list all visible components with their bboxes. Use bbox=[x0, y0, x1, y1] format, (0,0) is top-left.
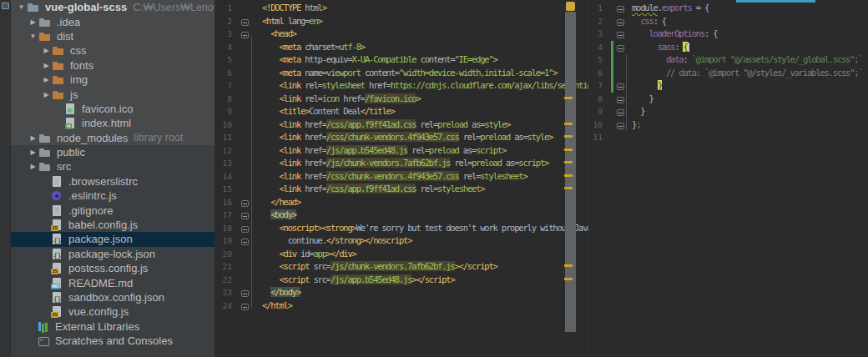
chevron-right-icon[interactable]: ▶ bbox=[41, 47, 52, 54]
code-line[interactable]: </head> bbox=[262, 196, 588, 209]
code-line[interactable]: // data: `@import "@/styles/_variables.s… bbox=[632, 67, 868, 80]
tree-item[interactable]: .eslintrc.js bbox=[11, 189, 214, 203]
tree-item[interactable]: External Libraries bbox=[11, 319, 214, 334]
fold-icon[interactable] bbox=[617, 97, 624, 103]
tree-item[interactable]: ▶fonts bbox=[11, 58, 214, 73]
tree-item[interactable]: postcss.config.js bbox=[11, 261, 214, 275]
chevron-right-icon[interactable]: ▶ bbox=[41, 91, 52, 98]
code-line[interactable]: data: `@import "@/assets/style/_global.s… bbox=[632, 53, 868, 67]
tree-item[interactable]: vue.config.js bbox=[11, 304, 214, 319]
tree-item[interactable]: ▶src bbox=[11, 159, 214, 173]
chevron-right-icon[interactable]: ▶ bbox=[28, 163, 38, 170]
code-line[interactable]: <!DOCTYPE html> bbox=[262, 2, 588, 15]
code-line[interactable]: <link href=/js/app.b545ed48.js rel=prelo… bbox=[262, 144, 588, 158]
fold-icon[interactable] bbox=[241, 304, 249, 310]
fold-icon[interactable] bbox=[241, 213, 249, 219]
tree-item[interactable]: ▶img bbox=[11, 73, 214, 87]
chevron-down-icon[interactable]: ▼ bbox=[16, 3, 27, 11]
code-line[interactable]: <link href=/css/chunk-vendors.4f943e57.c… bbox=[262, 131, 588, 144]
code-line[interactable]: <link href=/js/chunk-vendors.7afb62bf.js… bbox=[262, 157, 588, 170]
editor-index-html[interactable]: 123456789101112131415161718192021222324<… bbox=[214, 0, 588, 357]
code-line[interactable]: } bbox=[632, 105, 868, 118]
scrollbar-thumb[interactable] bbox=[565, 12, 576, 332]
code-line[interactable]: </body> bbox=[262, 286, 588, 299]
code-line[interactable]: loaderOptions: { bbox=[632, 28, 868, 41]
tree-item[interactable]: ▶js bbox=[11, 87, 214, 101]
code-line[interactable]: <link href=/css/app.f9ff41ad.css rel=sty… bbox=[262, 183, 588, 196]
chevron-right-icon[interactable]: ▶ bbox=[28, 134, 38, 142]
tree-item[interactable]: package.json bbox=[11, 232, 214, 246]
code-line[interactable]: <script src=/js/chunk-vendors.7afb62bf.j… bbox=[262, 260, 588, 274]
scroll-indicator[interactable] bbox=[736, 0, 815, 3]
code-line[interactable]: <meta name=viewport content="width=devic… bbox=[262, 67, 588, 80]
fold-icon[interactable] bbox=[617, 109, 624, 116]
warning-stripe-mark[interactable] bbox=[564, 135, 573, 138]
fold-icon[interactable] bbox=[617, 32, 624, 38]
code-line[interactable]: <link href=/css/app.f9ff41ad.css rel=pre… bbox=[262, 118, 588, 132]
fold-icon[interactable] bbox=[241, 290, 249, 297]
warning-stripe-mark[interactable] bbox=[564, 264, 573, 267]
fold-icon[interactable] bbox=[241, 32, 249, 38]
code-line[interactable]: <meta charset=utf-8> bbox=[262, 41, 588, 54]
warning-stripe-mark[interactable] bbox=[564, 123, 573, 125]
tree-item[interactable]: .gitignore bbox=[11, 203, 214, 217]
tree-item[interactable]: babel.config.js bbox=[11, 218, 214, 232]
warning-stripe-mark[interactable] bbox=[564, 174, 573, 177]
warning-stripe-mark[interactable] bbox=[564, 278, 573, 280]
tree-item[interactable]: favicon.ico bbox=[11, 102, 214, 116]
code-line[interactable]: <link href=/css/chunk-vendors.4f943e57.c… bbox=[262, 170, 588, 184]
fold-icon[interactable] bbox=[241, 239, 249, 245]
code-line[interactable]: module.exports = { bbox=[632, 2, 868, 15]
code-area[interactable]: <!DOCTYPE html><html lang=en> <head> <me… bbox=[251, 0, 588, 357]
fold-icon[interactable] bbox=[617, 123, 624, 129]
code-line[interactable]: css: { bbox=[632, 15, 868, 28]
tree-item[interactable]: ▶public bbox=[11, 145, 214, 159]
code-area[interactable]: module.exports = { css: { loaderOptions:… bbox=[626, 0, 868, 357]
inspections-indicator-icon[interactable] bbox=[566, 2, 575, 11]
chevron-right-icon[interactable]: ▶ bbox=[41, 62, 52, 69]
code-line[interactable] bbox=[632, 131, 868, 144]
tree-item[interactable]: README.md bbox=[11, 275, 214, 289]
code-line[interactable]: <head> bbox=[262, 28, 588, 41]
fold-icon[interactable] bbox=[617, 19, 624, 26]
code-line[interactable]: <link rel=stylesheet href=https://cdnjs.… bbox=[262, 79, 588, 93]
warning-stripe-mark[interactable] bbox=[564, 97, 573, 99]
chevron-right-icon[interactable]: ▶ bbox=[41, 76, 52, 83]
code-line[interactable]: sass: { bbox=[632, 41, 868, 54]
tree-item[interactable]: .browserslistrc bbox=[11, 174, 214, 189]
fold-icon[interactable] bbox=[617, 45, 624, 52]
tree-item[interactable]: sandbox.config.json bbox=[11, 290, 214, 304]
tree-item[interactable]: ▶node_moduleslibrary root bbox=[11, 131, 214, 145]
code-line[interactable]: } bbox=[632, 93, 868, 106]
project-tool-window-icon[interactable] bbox=[2, 3, 9, 9]
code-line[interactable]: <title>Content Deal</title> bbox=[262, 105, 588, 118]
code-line[interactable]: <link rel=icon href=/favicon.ico> bbox=[262, 93, 588, 106]
code-line[interactable]: } bbox=[632, 79, 868, 93]
warning-stripe-mark[interactable] bbox=[564, 161, 573, 163]
warning-stripe-mark[interactable] bbox=[564, 187, 573, 189]
chevron-down-icon[interactable]: ▼ bbox=[28, 33, 38, 40]
code-line[interactable]: }; bbox=[632, 118, 868, 132]
fold-icon[interactable] bbox=[617, 83, 624, 90]
tree-item[interactable]: Scratches and Consoles bbox=[11, 334, 214, 348]
code-line[interactable]: <body> bbox=[262, 209, 588, 222]
tree-item[interactable]: ▶.idea bbox=[11, 14, 214, 28]
fold-icon[interactable] bbox=[241, 19, 249, 26]
editor-vue-config-js[interactable]: 1234567891011module.exports = { css: { l… bbox=[588, 0, 868, 357]
tree-item[interactable]: ▶css bbox=[11, 43, 214, 58]
code-line[interactable]: <noscript><strong>We're sorry but test d… bbox=[262, 222, 588, 235]
fold-icon[interactable] bbox=[241, 226, 249, 233]
code-line[interactable]: <div id=app></div> bbox=[262, 248, 588, 261]
tree-item[interactable]: ▼vue-global-scssC:₩Users₩Lenovo₩IdeaProj… bbox=[11, 0, 214, 14]
tree-item[interactable]: ▼dist bbox=[11, 29, 214, 43]
code-line[interactable]: continue.</strong></noscript> bbox=[262, 234, 588, 248]
fold-icon[interactable] bbox=[241, 200, 249, 207]
code-line[interactable]: <html lang=en> bbox=[262, 15, 588, 28]
warning-stripe-mark[interactable] bbox=[564, 148, 573, 151]
fold-icon[interactable] bbox=[617, 6, 624, 13]
code-line[interactable]: <meta http-equiv=X-UA-Compatible content… bbox=[262, 53, 588, 67]
chevron-right-icon[interactable]: ▶ bbox=[28, 18, 38, 26]
tree-item[interactable]: package-lock.json bbox=[11, 247, 214, 261]
chevron-right-icon[interactable]: ▶ bbox=[28, 148, 38, 156]
tree-item[interactable]: index.html bbox=[11, 116, 214, 130]
